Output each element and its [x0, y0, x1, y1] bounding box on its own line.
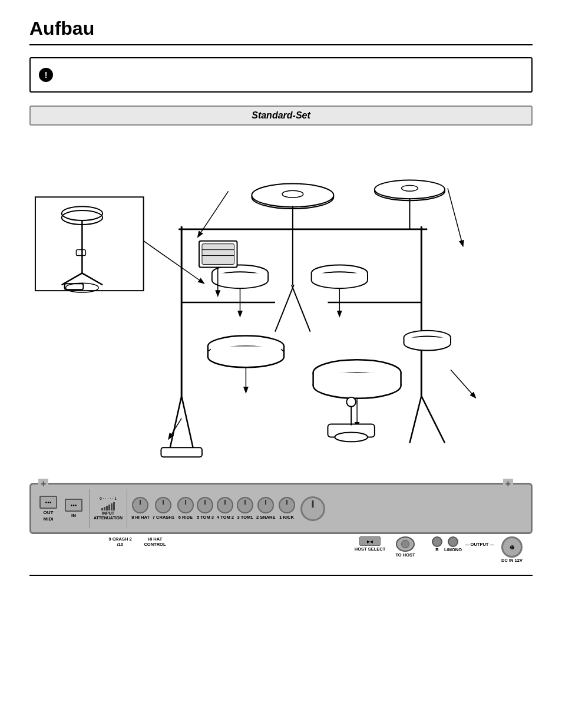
bar-6: [113, 502, 115, 510]
crash1-label: 7 CRASH1: [153, 515, 174, 520]
dc-in-label: DC IN 12V: [501, 558, 523, 563]
svg-rect-42: [208, 346, 284, 357]
panel-tom2: 4 TOM 2: [217, 497, 234, 520]
panel-divider-2: [127, 489, 127, 528]
to-host-port-inner: [401, 540, 409, 548]
ride-label: 6 RIDE: [178, 515, 193, 520]
panel-input-attenuation: 6 · · · · · 1 INPUTATTENUATION: [94, 496, 123, 520]
svg-rect-72: [404, 338, 451, 344]
tom1-knob-indicator: [244, 500, 246, 505]
svg-rect-30: [212, 273, 268, 280]
drum-kit-area: [29, 131, 533, 473]
output-lmono-jack[interactable]: [448, 536, 458, 547]
bar-4: [108, 505, 110, 510]
panel-snare: 2 SNARE: [256, 497, 276, 520]
standard-set-label: Standard-Set: [252, 110, 310, 120]
panel-plus-top-left: +: [38, 479, 48, 489]
panel-tom3: 5 TOM 3: [197, 497, 214, 520]
svg-point-18: [282, 190, 303, 197]
panel-midi-in: ●●● IN: [62, 499, 85, 518]
svg-rect-60: [161, 447, 202, 457]
warning-icon-symbol: !: [45, 70, 48, 80]
output-lmono-label: L/MONO: [444, 547, 462, 552]
attenuation-range: 6 · · · · · 1: [100, 496, 117, 500]
bar-5: [111, 503, 113, 510]
attenuation-bars: [101, 501, 115, 510]
panel-crash1: 7 CRASH1: [153, 497, 174, 520]
ride-knob-indicator: [185, 500, 186, 505]
crash2-label: 9 CRASH 2/10: [108, 536, 131, 547]
tom2-label: 4 TOM 2: [217, 515, 234, 520]
title-divider: [29, 44, 533, 45]
svg-point-57: [346, 397, 356, 407]
midi-in-port-pins: ●●●: [71, 503, 77, 507]
drum-kit-svg: [29, 137, 533, 467]
panel-main-knob: [300, 496, 325, 521]
ride-knob[interactable]: [177, 497, 194, 513]
svg-point-24: [402, 185, 418, 191]
to-host-section: TO HOST: [391, 536, 420, 558]
warning-box: !: [29, 57, 533, 93]
svg-rect-66: [202, 244, 234, 265]
output-label: — OUTPUT —: [465, 542, 494, 547]
hihat-control-section: HI HATCONTROL: [140, 536, 170, 547]
main-knob[interactable]: [300, 496, 325, 521]
control-panel: + + ●●● OUT MIDI ●●● IN 6 · · ·: [29, 483, 533, 534]
panel-bottom-label-row: 9 CRASH 2/10 HI HATCONTROL ▶◀ HOST SELEC…: [29, 536, 533, 563]
page-title: Aufbau: [29, 18, 533, 39]
hihat-control-label: HI HATCONTROL: [144, 536, 166, 547]
tom2-knob-indicator: [224, 500, 226, 505]
panel-kick: 1 KICK: [279, 497, 295, 520]
snare-knob-indicator: [265, 500, 266, 505]
host-select-label: HOST SELECT: [355, 546, 386, 552]
tom3-knob[interactable]: [197, 497, 213, 513]
svg-rect-50: [313, 373, 401, 386]
to-host-label: TO HOST: [395, 552, 415, 558]
kick-knob[interactable]: [279, 497, 295, 513]
bar-2: [104, 507, 105, 510]
tom3-label: 5 TOM 3: [197, 515, 214, 520]
midi-out-port[interactable]: ●●●: [39, 496, 57, 509]
kick-label: 1 KICK: [279, 515, 294, 520]
midi-label: MIDI: [44, 516, 54, 522]
tom1-knob[interactable]: [237, 497, 253, 513]
midi-in-port[interactable]: ●●●: [65, 499, 82, 512]
bottom-divider: [29, 575, 533, 576]
midi-out-label: OUT: [44, 510, 54, 515]
crash1-knob[interactable]: [155, 497, 171, 513]
snare-label: 2 SNARE: [256, 515, 276, 520]
hi-hat-knob-indicator: [140, 500, 141, 505]
warning-icon: !: [39, 68, 53, 82]
host-select-section: ▶◀ HOST SELECT: [352, 536, 388, 552]
output-r-label: R: [435, 547, 438, 552]
panel-hi-hat: 8 HI HAT: [131, 497, 150, 520]
kick-knob-indicator: [286, 500, 287, 505]
panel-midi-out: ●●● OUT MIDI: [37, 496, 59, 522]
page-container: Aufbau ! Standard-Set: [0, 0, 562, 728]
output-r-jack[interactable]: [432, 536, 442, 547]
to-host-port[interactable]: [396, 536, 415, 552]
input-label: INPUTATTENUATION: [94, 511, 123, 520]
crash1-knob-indicator: [163, 500, 164, 505]
main-knob-indicator: [312, 500, 313, 508]
hi-hat-knob[interactable]: [132, 497, 148, 513]
tom2-knob[interactable]: [217, 497, 233, 513]
panel-bottom-labels: 9 CRASH 2/10 HI HATCONTROL ▶◀ HOST SELEC…: [29, 536, 533, 563]
output-section: R L/MONO — OUTPUT —: [432, 536, 494, 552]
bar-3: [106, 506, 108, 510]
dc-in-port[interactable]: ⊕: [501, 536, 523, 558]
snare-knob[interactable]: [257, 497, 274, 513]
tom3-knob-indicator: [204, 500, 206, 505]
output-lmono-section: L/MONO: [444, 536, 462, 552]
tom1-label: 3 TOM1: [237, 515, 253, 520]
host-select-button[interactable]: ▶◀: [359, 536, 381, 546]
panel-divider-1: [89, 489, 90, 528]
dc-in-section: ⊕ DC IN 12V: [497, 536, 527, 563]
dc-in-symbol: ⊕: [510, 544, 514, 551]
standard-set-box: Standard-Set: [29, 106, 533, 126]
panel-plus-top-right: +: [503, 479, 513, 489]
midi-out-port-pins: ●●●: [45, 500, 52, 504]
bar-1: [101, 508, 103, 510]
output-r-section: R: [432, 536, 442, 552]
hi-hat-label: 8 HI HAT: [131, 515, 150, 520]
